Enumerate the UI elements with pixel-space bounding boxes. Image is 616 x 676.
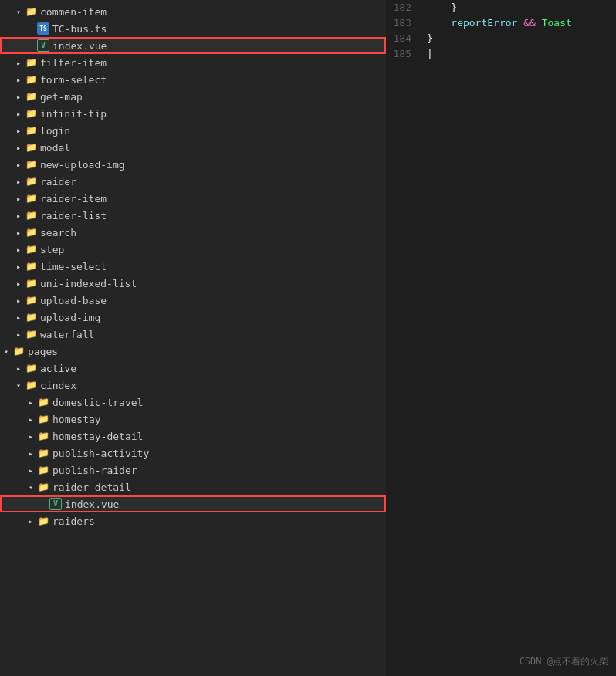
tree-folder-uni-indexed-list[interactable]: uni-indexed-list <box>0 275 386 292</box>
folder-label: modal <box>40 142 70 154</box>
folder-label: active <box>40 363 76 374</box>
folder-icon <box>37 396 49 408</box>
arrow-icon <box>12 294 25 306</box>
tree-folder-homestay-detail[interactable]: homestay-detail <box>0 428 386 444</box>
arrow-icon <box>12 277 25 289</box>
folder-label: domestic-travel <box>52 397 143 408</box>
tree-folder-get-map[interactable]: get-map <box>0 88 386 105</box>
tree-folder-publish-activity[interactable]: publish-activity <box>0 444 386 461</box>
tree-folder-commen-item[interactable]: commen-item <box>0 3 386 20</box>
tree-folder-search[interactable]: search <box>0 224 386 241</box>
folder-icon <box>37 413 49 425</box>
ts-file-icon: TS <box>37 22 49 35</box>
folder-label: waterfall <box>40 329 94 340</box>
arrow-icon <box>25 464 37 476</box>
tree-folder-raider[interactable]: raider <box>0 173 386 190</box>
tree-folder-raider-item[interactable]: raider-item <box>0 190 386 207</box>
folder-label: new-upload-img <box>40 159 125 171</box>
folder-label: search <box>40 227 76 238</box>
folder-icon <box>25 5 37 18</box>
folder-icon <box>25 192 37 204</box>
folder-label: upload-img <box>40 312 100 323</box>
tree-folder-cindex[interactable]: cindex <box>0 377 386 394</box>
spacer <box>25 22 37 35</box>
tree-folder-homestay[interactable]: homestay <box>0 411 386 428</box>
file-explorer: commen-item TS TC-bus.ts V index.vue fil… <box>0 0 386 676</box>
folder-icon <box>25 209 37 221</box>
tree-folder-upload-img[interactable]: upload-img <box>0 309 386 326</box>
tree-file-index-vue-2[interactable]: V index.vue <box>0 495 386 512</box>
arrow-icon <box>25 413 37 425</box>
tree-folder-login[interactable]: login <box>0 122 386 139</box>
folder-label: homestay <box>52 414 101 425</box>
arrow-icon <box>12 124 25 137</box>
folder-icon <box>12 345 25 357</box>
folder-icon <box>25 379 37 391</box>
code-line-184: } <box>427 31 616 46</box>
tree-folder-active[interactable]: active <box>0 360 386 377</box>
folder-label: filter-item <box>40 57 107 69</box>
tree-folder-domestic-travel[interactable]: domestic-travel <box>0 394 386 411</box>
folder-icon <box>25 141 37 154</box>
code-content[interactable]: } reportError && Toast } | <box>421 0 616 676</box>
folder-icon <box>37 515 49 527</box>
arrow-icon <box>25 481 37 493</box>
line-number-185: 185 <box>386 46 411 62</box>
folder-icon <box>25 226 37 238</box>
folder-icon <box>25 73 37 86</box>
arrow-icon <box>12 362 25 374</box>
tree-folder-infinit-tip[interactable]: infinit-tip <box>0 105 386 122</box>
folder-label: raiders <box>52 515 95 527</box>
arrow-icon <box>12 90 25 103</box>
vue-file-icon: V <box>37 39 49 52</box>
tree-folder-raider-detail[interactable]: raider-detail <box>0 478 386 495</box>
folder-icon <box>25 124 37 137</box>
tree-folder-filter-item[interactable]: filter-item <box>0 54 386 71</box>
folder-icon <box>37 481 49 493</box>
folder-icon <box>25 175 37 188</box>
tree-folder-raiders[interactable]: raiders <box>0 512 386 529</box>
folder-icon <box>25 56 37 69</box>
code-line-185: | <box>427 46 616 62</box>
tree-folder-new-upload-img[interactable]: new-upload-img <box>0 156 386 173</box>
line-number-182: 182 <box>386 0 411 15</box>
arrow-icon <box>25 430 37 442</box>
folder-icon <box>25 243 37 255</box>
folder-label: raider-detail <box>52 482 131 493</box>
arrow-icon <box>12 379 25 391</box>
tree-file-index-vue-1[interactable]: V index.vue <box>0 37 386 54</box>
tree-folder-upload-base[interactable]: upload-base <box>0 292 386 309</box>
tree-folder-pages[interactable]: pages <box>0 343 386 360</box>
arrow-icon <box>12 260 25 272</box>
code-area: 182 183 184 185 } reportError && Toast }… <box>386 0 616 676</box>
tree-folder-modal[interactable]: modal <box>0 139 386 156</box>
tree-folder-form-select[interactable]: form-select <box>0 71 386 88</box>
arrow-icon <box>12 107 25 120</box>
tree-folder-waterfall[interactable]: waterfall <box>0 326 386 343</box>
folder-label: get-map <box>40 91 83 103</box>
folder-icon <box>25 277 37 289</box>
tree-folder-raider-list[interactable]: raider-list <box>0 207 386 224</box>
arrow-icon <box>12 192 25 204</box>
tree-folder-time-select[interactable]: time-select <box>0 258 386 275</box>
arrow-icon <box>12 328 25 340</box>
arrow-icon <box>12 56 25 69</box>
folder-label: raider <box>40 176 76 188</box>
tree-folder-publish-raider[interactable]: publish-raider <box>0 461 386 478</box>
arrow-icon <box>12 5 25 18</box>
folder-label: commen-item <box>40 6 107 18</box>
tree-folder-step[interactable]: step <box>0 241 386 258</box>
folder-label: publish-raider <box>52 465 137 476</box>
folder-icon <box>25 260 37 272</box>
folder-label: homestay-detail <box>52 431 143 442</box>
folder-icon <box>25 328 37 340</box>
folder-icon <box>37 430 49 442</box>
folder-label: login <box>40 125 70 137</box>
tree-view[interactable]: commen-item TS TC-bus.ts V index.vue fil… <box>0 0 386 676</box>
folder-icon <box>25 311 37 323</box>
arrow-icon <box>12 226 25 238</box>
tree-file-tc-bus[interactable]: TS TC-bus.ts <box>0 20 386 37</box>
folder-label: step <box>40 244 64 255</box>
arrow-icon <box>25 515 37 527</box>
arrow-icon <box>12 73 25 86</box>
